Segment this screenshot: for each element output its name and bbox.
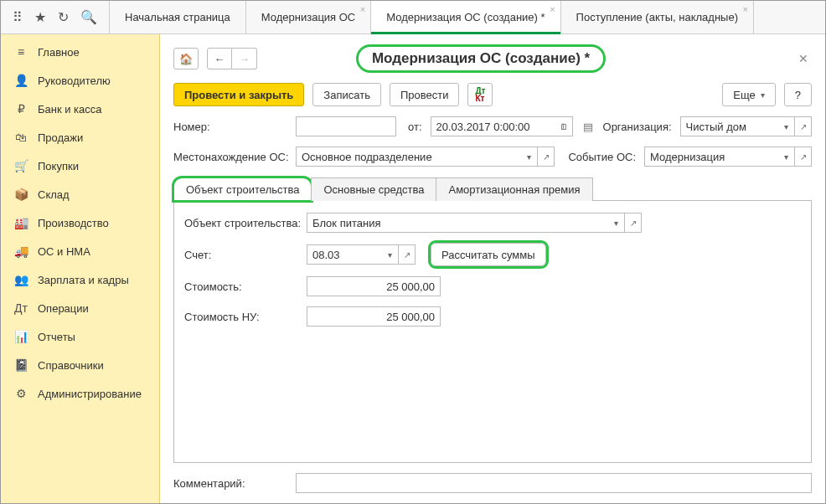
sidebar-item[interactable]: 🏭Производство <box>1 208 159 237</box>
cost-nu-input[interactable]: 25 000,00 <box>307 306 441 327</box>
sidebar-icon: 🚚 <box>14 244 28 258</box>
more-button[interactable]: Еще <box>722 83 775 106</box>
sidebar-icon: ≡ <box>14 45 28 59</box>
dropdown-icon[interactable]: ▾ <box>521 147 538 167</box>
page-title: Модернизация ОС (создание) * <box>356 44 606 73</box>
comment-input[interactable] <box>296 473 812 493</box>
help-button[interactable]: ? <box>784 83 812 106</box>
dropdown-icon[interactable]: ▾ <box>778 116 795 136</box>
sidebar-label: ОС и НМА <box>38 245 90 258</box>
inner-tabs: Объект строительстваОсновные средстваАмо… <box>173 177 812 201</box>
close-icon[interactable]: × <box>550 4 555 14</box>
object-input[interactable]: Блок питания ▾ ↗ <box>307 213 642 233</box>
row-comment: Комментарий: <box>173 473 812 493</box>
account-label: Счет: <box>184 249 302 261</box>
sidebar-item[interactable]: ₽Банк и касса <box>1 95 159 123</box>
tabs: Начальная страницаМодернизация ОС×Модерн… <box>110 1 825 33</box>
tab[interactable]: Модернизация ОС× <box>246 1 371 33</box>
number-input[interactable] <box>296 116 396 136</box>
cost-input[interactable]: 25 000,00 <box>307 276 441 296</box>
row-number: Номер: от: 20.03.2017 0:00:00 🗓 ▤ Органи… <box>173 116 812 136</box>
close-icon[interactable]: × <box>743 4 748 14</box>
post-button[interactable]: Провести <box>390 83 460 106</box>
number-label: Номер: <box>173 121 291 133</box>
org-input[interactable]: Чистый дом ▾ ↗ <box>680 116 812 136</box>
sidebar-icon: 📓 <box>14 358 28 372</box>
calendar-icon[interactable]: 🗓 <box>556 116 573 136</box>
sidebar-label: Зарплата и кадры <box>38 274 129 286</box>
home-button[interactable]: 🏠 <box>173 48 199 69</box>
sidebar-item[interactable]: ≡Главное <box>1 38 159 66</box>
open-icon[interactable]: ↗ <box>795 147 812 167</box>
location-input[interactable]: Основное подразделение ▾ ↗ <box>296 147 555 167</box>
sidebar-item[interactable]: 👥Зарплата и кадры <box>1 265 159 294</box>
header-row: 🏠 ← → Модернизация ОС (создание) * ✕ <box>173 44 812 73</box>
sidebar-item[interactable]: 📊Отчеты <box>1 322 159 351</box>
toolbar: Провести и закрыть Записать Провести ДтК… <box>173 83 812 106</box>
open-icon[interactable]: ↗ <box>399 244 416 265</box>
content: 🏠 ← → Модернизация ОС (создание) * ✕ Про… <box>160 34 825 503</box>
history-icon[interactable]: ↻ <box>58 9 69 25</box>
sidebar-item[interactable]: 👤Руководителю <box>1 66 159 95</box>
sidebar-item[interactable]: 📦Склад <box>1 180 159 208</box>
sidebar-label: Банк и касса <box>38 103 102 116</box>
sidebar-item[interactable]: ⚙Администрирование <box>1 379 159 408</box>
dt-kt-button[interactable]: ДтКт <box>467 83 493 106</box>
sidebar-label: Справочники <box>38 359 104 372</box>
sidebar-label: Администрирование <box>38 388 142 400</box>
tab[interactable]: Начальная страница <box>110 1 246 33</box>
date-input[interactable]: 20.03.2017 0:00:00 🗓 <box>431 116 573 136</box>
search-icon[interactable]: 🔍 <box>80 9 97 25</box>
inner-tab[interactable]: Основные средства <box>311 177 436 201</box>
forward-button: → <box>232 48 257 69</box>
list-icon[interactable]: ▤ <box>583 121 593 133</box>
sidebar-label: Покупки <box>38 160 79 172</box>
open-icon[interactable]: ↗ <box>625 213 642 233</box>
comment-label: Комментарий: <box>173 477 291 490</box>
dropdown-icon[interactable]: ▾ <box>778 147 795 167</box>
sidebar-icon: 🏭 <box>14 216 28 229</box>
object-label: Объект строительства: <box>184 217 302 229</box>
row-cost: Стоимость: 25 000,00 <box>184 276 801 296</box>
inner-tab[interactable]: Амортизационная премия <box>436 177 592 201</box>
tab[interactable]: Поступление (акты, накладные)× <box>561 1 754 33</box>
sidebar-icon: 🛍 <box>14 131 28 144</box>
sidebar-item[interactable]: 🛒Покупки <box>1 152 159 180</box>
event-input[interactable]: Модернизация ▾ ↗ <box>644 147 812 167</box>
open-icon[interactable]: ↗ <box>538 147 555 167</box>
sidebar-icon: 🛒 <box>14 159 28 172</box>
sidebar-label: Операции <box>38 302 89 315</box>
close-icon[interactable]: × <box>360 4 365 14</box>
account-input[interactable]: 08.03 ▾ ↗ <box>307 244 416 265</box>
row-object: Объект строительства: Блок питания ▾ ↗ <box>184 213 801 233</box>
sidebar-item[interactable]: 🛍Продажи <box>1 123 159 152</box>
sidebar-item[interactable]: ДтОперации <box>1 294 159 322</box>
dropdown-icon[interactable]: ▾ <box>608 213 625 233</box>
row-location: Местонахождение ОС: Основное подразделен… <box>173 147 812 167</box>
back-button[interactable]: ← <box>207 48 232 69</box>
save-button[interactable]: Записать <box>312 83 381 106</box>
dropdown-icon[interactable]: ▾ <box>382 244 399 265</box>
post-and-close-button[interactable]: Провести и закрыть <box>173 83 304 106</box>
star-icon[interactable]: ★ <box>34 9 46 25</box>
sidebar-icon: Дт <box>14 301 28 315</box>
open-icon[interactable]: ↗ <box>795 116 812 136</box>
sidebar-label: Главное <box>38 46 80 59</box>
sidebar-label: Продажи <box>38 131 83 144</box>
from-label: от: <box>408 121 422 133</box>
inner-tab[interactable]: Объект строительства <box>173 177 312 201</box>
sidebar-icon: 📊 <box>14 330 28 343</box>
tab-body: Объект строительства: Блок питания ▾ ↗ С… <box>173 201 812 463</box>
org-label: Организация: <box>603 121 672 133</box>
close-button[interactable]: ✕ <box>795 49 812 69</box>
sidebar-icon: 📦 <box>14 188 28 201</box>
sidebar-label: Руководителю <box>38 75 111 87</box>
sidebar-item[interactable]: 🚚ОС и НМА <box>1 237 159 265</box>
event-label: Событие ОС: <box>568 151 636 163</box>
tab[interactable]: Модернизация ОС (создание) *× <box>371 1 560 33</box>
sidebar-item[interactable]: 📓Справочники <box>1 351 159 379</box>
apps-icon[interactable]: ⠿ <box>13 9 23 25</box>
calculate-button[interactable]: Рассчитать суммы <box>431 243 546 266</box>
sidebar-label: Отчеты <box>38 331 75 343</box>
sidebar-icon: 👥 <box>14 273 28 286</box>
